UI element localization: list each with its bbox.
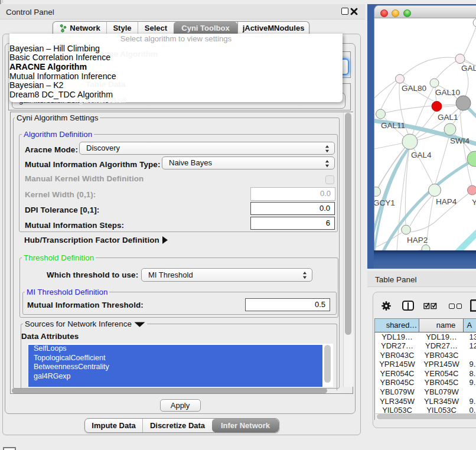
svg-text:Y: Y bbox=[472, 198, 476, 207]
svg-text:HAP4: HAP4 bbox=[436, 197, 457, 206]
svg-text:GCY1: GCY1 bbox=[374, 198, 395, 207]
svg-text:GAL10: GAL10 bbox=[435, 88, 460, 97]
svg-text:GAL80: GAL80 bbox=[402, 84, 426, 93]
svg-text:HAP2: HAP2 bbox=[407, 236, 428, 244]
svg-text:GAL1: GAL1 bbox=[438, 113, 458, 122]
svg-text:GAL4: GAL4 bbox=[411, 151, 432, 159]
svg-text:GAL11: GAL11 bbox=[381, 121, 405, 130]
svg-text:GAL2: GAL2 bbox=[461, 64, 476, 73]
svg-text:SWI4: SWI4 bbox=[450, 136, 470, 145]
